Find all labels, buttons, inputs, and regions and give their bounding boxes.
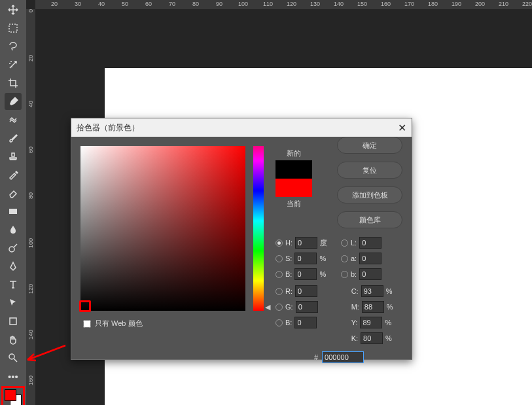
l-input[interactable] (359, 237, 381, 249)
lasso-tool[interactable] (5, 38, 22, 55)
svg-rect-0 (9, 24, 17, 32)
g-radio[interactable] (275, 304, 283, 311)
color-preview: 新的 当前 (275, 149, 312, 209)
current-color-label: 当前 (275, 199, 312, 209)
new-color-label: 新的 (275, 149, 312, 158)
bb-input[interactable] (294, 317, 317, 328)
healing-tool[interactable] (5, 111, 22, 128)
svg-point-4 (9, 354, 14, 359)
m-input[interactable] (362, 301, 384, 313)
close-icon[interactable]: ✕ (398, 122, 406, 134)
color-picker-dialog: 拾色器（前景色） ✕ ◀ 新的 当前 确定 复位 添加到色板 颜色库 H:度 S… (71, 118, 412, 360)
move-tool[interactable] (5, 1, 22, 18)
foreground-color-swatch[interactable] (5, 389, 16, 401)
h-input[interactable] (295, 237, 317, 249)
b-input[interactable] (359, 268, 381, 280)
foreground-background-colors[interactable] (1, 386, 25, 405)
ruler-vertical: 020406080100120140160 (26, 9, 35, 405)
r-input[interactable] (295, 285, 317, 297)
bv-radio[interactable] (275, 271, 283, 278)
hex-input[interactable] (322, 351, 364, 363)
pen-tool[interactable] (5, 258, 22, 275)
sv-cursor (79, 300, 91, 312)
svg-rect-3 (10, 318, 16, 325)
gradient-tool[interactable] (5, 203, 22, 220)
y-input[interactable] (360, 317, 382, 328)
shape-tool[interactable] (5, 313, 22, 330)
toolbar: ••• (0, 0, 26, 405)
zoom-tool[interactable] (5, 349, 22, 366)
svg-point-2 (9, 247, 14, 252)
ruler-horizontal: 2030405060708090100110120130140150160170… (35, 0, 532, 9)
marquee-tool[interactable] (5, 20, 22, 37)
l-radio[interactable] (341, 239, 348, 247)
k-input[interactable] (361, 332, 383, 344)
hue-slider[interactable] (253, 146, 264, 311)
current-color-swatch[interactable] (275, 179, 312, 197)
bb-radio[interactable] (275, 319, 283, 326)
b-radio[interactable] (341, 271, 348, 278)
reset-button[interactable]: 复位 (337, 162, 402, 179)
hand-tool[interactable] (5, 331, 22, 348)
s-input[interactable] (294, 253, 317, 264)
dodge-tool[interactable] (5, 239, 22, 256)
eraser-tool[interactable] (5, 185, 22, 202)
bv-input[interactable] (294, 268, 317, 280)
dialog-titlebar[interactable]: 拾色器（前景色） ✕ (71, 118, 412, 137)
stamp-tool[interactable] (5, 148, 22, 165)
s-radio[interactable] (275, 255, 283, 262)
dialog-title: 拾色器（前景色） (77, 122, 139, 133)
color-library-button[interactable]: 颜色库 (337, 211, 402, 228)
svg-rect-1 (9, 209, 17, 214)
new-color-swatch (275, 160, 312, 179)
saturation-value-picker[interactable] (80, 146, 245, 311)
c-input[interactable] (361, 285, 383, 297)
h-radio[interactable] (275, 239, 283, 247)
color-fields: H:度 S:% B:% L: a: b: R: G: B: C:% (275, 235, 402, 363)
web-only-checkbox[interactable] (83, 320, 91, 328)
r-radio[interactable] (275, 288, 283, 295)
hex-prefix: # (314, 353, 318, 361)
web-only-label: 只有 Web 颜色 (95, 319, 143, 328)
more-tool[interactable]: ••• (5, 368, 22, 385)
eyedropper-tool[interactable] (5, 93, 22, 110)
hue-arrow-icon: ◀ (265, 303, 270, 311)
ok-button[interactable]: 确定 (337, 137, 402, 154)
a-input[interactable] (359, 253, 381, 264)
wand-tool[interactable] (5, 56, 22, 73)
g-input[interactable] (296, 301, 318, 313)
a-radio[interactable] (341, 255, 348, 262)
brush-tool[interactable] (5, 130, 22, 147)
history-brush-tool[interactable] (5, 166, 22, 183)
add-swatch-button[interactable]: 添加到色板 (337, 186, 402, 203)
blur-tool[interactable] (5, 221, 22, 238)
path-select-tool[interactable] (5, 294, 22, 311)
type-tool[interactable] (5, 276, 22, 293)
crop-tool[interactable] (5, 75, 22, 92)
